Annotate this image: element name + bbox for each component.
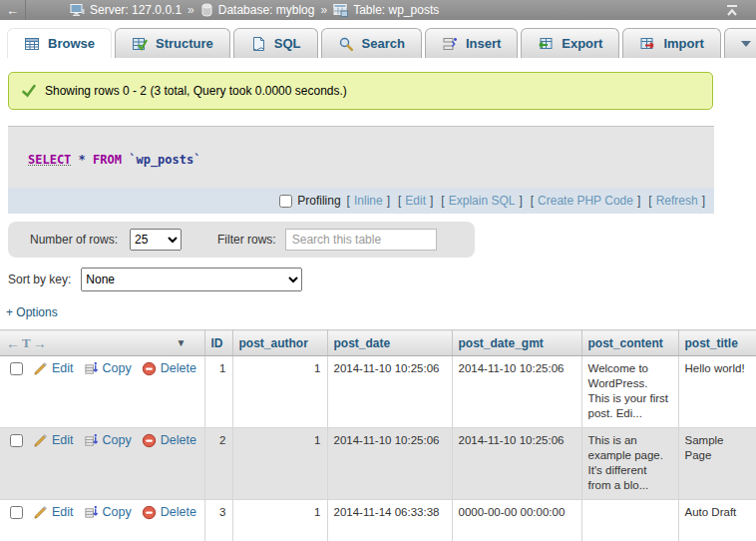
row-controls: Number of rows: 25 Filter rows: [8,222,475,258]
copy-icon[interactable] [84,361,99,376]
breadcrumb-items: Server: 127.0.0.1 » Database: myblog » T… [70,3,439,17]
database-icon [200,3,213,17]
delete-icon[interactable] [142,433,157,448]
breadcrumb-table-label[interactable]: Table: wp_posts [353,3,439,17]
row-actions: EditCopyDelete [0,500,204,541]
breadcrumb-server[interactable]: Server: 127.0.0.1 [70,3,182,17]
inline-link[interactable]: Inline [354,194,383,208]
status-message-text: Showing rows 0 - 2 (3 total, Query took … [45,84,347,98]
tab-structure-label: Structure [156,36,213,51]
sql-table-identifier: `wp_posts` [129,153,200,167]
number-of-rows-select[interactable]: 25 [130,229,182,251]
tab-import[interactable]: Import [622,28,720,58]
bracket: ] [430,194,433,208]
delete-link[interactable]: Delete [161,433,196,447]
cell-id: 3 [204,500,232,541]
insert-icon [442,36,458,52]
edit-link[interactable]: Edit [52,433,74,447]
import-icon [639,36,655,52]
copy-link[interactable]: Copy [103,505,132,519]
refresh-link[interactable]: Refresh [656,194,698,208]
edit-pencil-icon[interactable] [33,505,48,520]
table-icon [333,3,348,17]
column-header-post-title[interactable]: post_title [678,330,756,356]
action-column-header: ← T → ▼ [0,330,204,356]
cell-post-title: Auto Draft [678,500,756,541]
copy-icon[interactable] [84,433,99,448]
sql-query-text: SELECT * FROM `wp_posts` [8,127,714,167]
create-php-code-link[interactable]: Create PHP Code [538,194,633,208]
column-header-post-content[interactable]: post_content [581,330,678,356]
tab-import-label: Import [663,36,703,51]
delete-icon[interactable] [142,505,157,520]
bracket: [ [441,194,444,208]
tab-insert-label: Insert [466,36,501,51]
sql-keyword-from: FROM [93,153,122,167]
row-actions: EditCopyDelete [0,356,204,428]
copy-link[interactable]: Copy [103,361,132,375]
status-message: Showing rows 0 - 2 (3 total, Query took … [8,72,713,110]
breadcrumb-database-label[interactable]: Database: myblog [218,3,315,17]
filter-rows-input[interactable] [285,229,437,251]
profiling-checkbox[interactable] [279,195,292,208]
edit-link[interactable]: Edit [52,361,74,375]
row-checkbox[interactable] [10,434,23,447]
delete-icon[interactable] [142,361,157,376]
sort-by-key: Sort by key: None [8,268,302,291]
options-toggle[interactable]: + Options [6,305,58,319]
tab-export[interactable]: Export [521,28,619,58]
cell-post-content [581,500,678,541]
tab-structure[interactable]: Structure [115,28,230,58]
breadcrumb-server-label[interactable]: Server: 127.0.0.1 [90,3,182,17]
nav-toggle-icon[interactable]: T [22,335,31,351]
breadcrumb-database[interactable]: Database: myblog [200,3,315,17]
search-icon [338,36,354,52]
export-icon [538,36,554,52]
edit-pencil-icon[interactable] [33,361,48,376]
copy-icon[interactable] [84,505,99,520]
column-header-id[interactable]: ID [204,330,232,356]
column-header-post-author[interactable]: post_author [232,330,327,356]
tab-insert[interactable]: Insert [425,28,518,58]
cell-post-author: 1 [232,356,327,428]
cell-post-date-gmt: 2014-11-10 10:25:06 [452,356,581,428]
table-header-row: ← T → ▼ ID post_author post_date post_da… [0,330,756,356]
delete-link[interactable]: Delete [161,361,196,375]
tab-browse[interactable]: Browse [7,28,112,58]
edit-query-link[interactable]: Edit [405,194,426,208]
collapse-icon[interactable] [724,4,740,17]
copy-link[interactable]: Copy [103,433,132,447]
tab-sql-label: SQL [274,36,301,51]
tab-sql[interactable]: SQL [233,28,318,58]
query-links-bar: Profiling [Inline] [Edit] [Explain SQL] … [8,188,714,214]
tab-more[interactable]: More [724,28,756,58]
column-header-post-date[interactable]: post_date [327,330,452,356]
sort-dropdown-icon[interactable]: ▼ [177,337,187,348]
cell-post-date-gmt: 2014-11-10 10:25:06 [452,428,581,500]
table-row: EditCopyDelete 1 1 2014-11-10 10:25:06 2… [0,356,756,428]
cell-post-date: 2014-11-10 10:25:06 [327,428,452,500]
nav-right-arrow-icon[interactable]: → [33,335,47,351]
cell-post-date-gmt: 0000-00-00 00:00:00 [452,500,581,541]
results-table: ← T → ▼ ID post_author post_date post_da… [0,329,756,541]
tab-bar: Browse Structure SQL Search Insert [0,20,756,58]
cell-post-author: 1 [232,428,327,500]
cell-post-content: Welcome to WordPress. This is your first… [581,356,678,428]
row-checkbox[interactable] [10,506,23,519]
sql-icon [250,36,266,52]
sort-by-key-select[interactable]: None [81,268,302,291]
column-header-post-date-gmt[interactable]: post_date_gmt [452,330,581,356]
edit-link[interactable]: Edit [52,505,74,519]
sql-keyword-select[interactable]: SELECT [28,153,71,167]
back-arrow[interactable]: ← [0,0,26,20]
number-of-rows-label: Number of rows: [30,233,118,247]
explain-sql-link[interactable]: Explain SQL [449,194,516,208]
nav-left-arrow-icon[interactable]: ← [6,335,20,351]
cell-post-title: Hello world! [678,356,756,428]
edit-pencil-icon[interactable] [33,433,48,448]
tab-search[interactable]: Search [321,28,422,58]
breadcrumb-table[interactable]: Table: wp_posts [333,3,439,17]
breadcrumb-separator: » [320,3,327,17]
delete-link[interactable]: Delete [161,505,196,519]
row-checkbox[interactable] [10,362,23,375]
